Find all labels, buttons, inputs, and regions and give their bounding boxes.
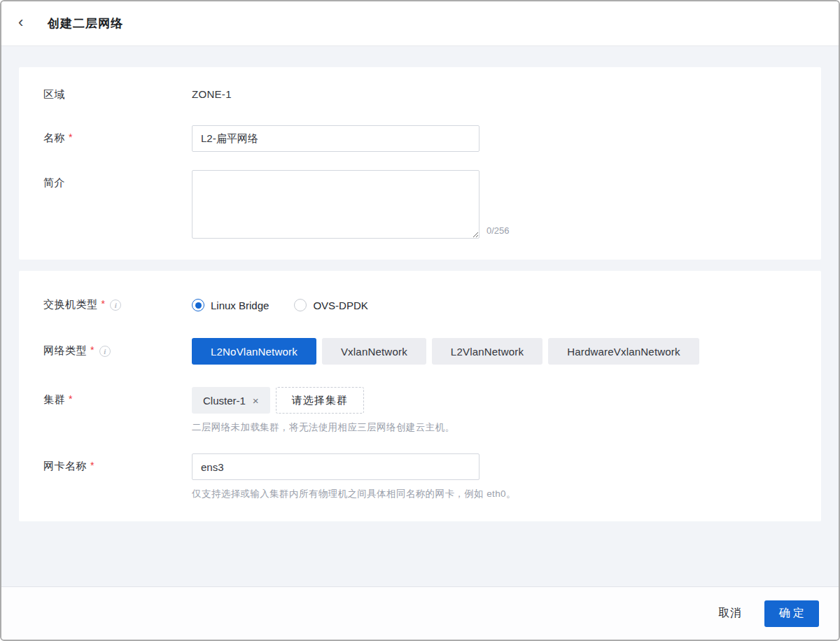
- cluster-helper-text: 二层网络未加载集群，将无法使用相应三层网络创建云主机。: [192, 421, 821, 434]
- switch-type-label: 交换机类型 * i: [43, 292, 192, 318]
- cluster-label-text: 集群: [43, 393, 65, 407]
- required-mark: *: [90, 344, 94, 355]
- back-icon[interactable]: ‹: [18, 15, 38, 32]
- nic-helper-text: 仅支持选择或输入集群内所有物理机之间具体相同名称的网卡，例如 eth0。: [192, 488, 821, 500]
- cancel-button[interactable]: 取消: [718, 606, 742, 621]
- name-row: 名称 *: [43, 125, 821, 152]
- name-label: 名称 *: [43, 125, 192, 152]
- select-cluster-button[interactable]: 请选择集群: [276, 387, 364, 414]
- nic-name-input[interactable]: [192, 453, 479, 480]
- required-mark: *: [102, 298, 106, 309]
- spacer: [19, 521, 821, 586]
- nic-name-label: 网卡名称 *: [43, 453, 192, 500]
- network-type-row: 网络类型 * i L2NoVlanNetwork VxlanNetwork L2…: [43, 338, 821, 365]
- network-type-hardwarevxlan-button[interactable]: HardwareVxlanNetwork: [548, 338, 699, 365]
- network-type-l2novlan-button[interactable]: L2NoVlanNetwork: [192, 338, 316, 365]
- switch-type-row: 交换机类型 * i Linux Bridge OVS-DPDK: [43, 292, 821, 318]
- cluster-field: Cluster-1 × 请选择集群 二层网络未加载集群，将无法使用相应三层网络创…: [192, 387, 821, 434]
- radio-label: Linux Bridge: [211, 300, 269, 311]
- cluster-label: 集群 *: [43, 387, 192, 434]
- description-row: 简介 0/256: [43, 170, 821, 239]
- description-field: 0/256: [192, 170, 821, 239]
- switch-type-label-text: 交换机类型: [43, 298, 98, 311]
- page-footer: 取消 确定: [1, 586, 839, 640]
- name-label-text: 名称: [43, 132, 65, 145]
- radio-linux-bridge[interactable]: Linux Bridge: [192, 299, 269, 311]
- network-type-l2vlan-button[interactable]: L2VlanNetwork: [432, 338, 542, 365]
- network-type-button-group: L2NoVlanNetwork VxlanNetwork L2VlanNetwo…: [192, 338, 821, 365]
- radio-unselected-icon: [294, 299, 307, 311]
- nic-name-label-text: 网卡名称: [43, 460, 87, 473]
- radio-ovs-dpdk[interactable]: OVS-DPDK: [294, 299, 368, 311]
- description-textarea[interactable]: [192, 170, 479, 239]
- page-header: ‹ 创建二层网络: [1, 1, 839, 46]
- zone-value: ZONE-1: [192, 88, 232, 100]
- name-field: [192, 125, 821, 152]
- zone-row: 区域 ZONE-1: [43, 88, 821, 101]
- char-counter: 0/256: [486, 225, 510, 239]
- basic-info-card: 区域 ZONE-1 名称 * 简介: [19, 67, 821, 260]
- cluster-row: 集群 * Cluster-1 × 请选择集群 二层网络未加载集群，将无法使用相应…: [43, 387, 821, 434]
- network-type-label: 网络类型 * i: [43, 338, 192, 365]
- page-body: 区域 ZONE-1 名称 * 简介: [1, 46, 839, 586]
- remove-cluster-icon[interactable]: ×: [253, 395, 259, 407]
- cluster-selection-line: Cluster-1 × 请选择集群: [192, 387, 821, 414]
- zone-label-text: 区域: [43, 88, 65, 101]
- zone-label: 区域: [43, 88, 192, 101]
- nic-name-field: 仅支持选择或输入集群内所有物理机之间具体相同名称的网卡，例如 eth0。: [192, 453, 821, 500]
- required-mark: *: [69, 132, 73, 143]
- radio-selected-icon: [192, 299, 204, 311]
- switch-type-field: Linux Bridge OVS-DPDK: [192, 292, 821, 318]
- network-type-label-text: 网络类型: [43, 344, 87, 358]
- create-l2-network-page: ‹ 创建二层网络 区域 ZONE-1 名称 *: [0, 0, 840, 641]
- required-mark: *: [69, 393, 73, 404]
- zone-field: ZONE-1: [192, 88, 821, 101]
- confirm-button[interactable]: 确定: [764, 600, 819, 627]
- network-type-vxlan-button[interactable]: VxlanNetwork: [322, 338, 426, 365]
- info-icon[interactable]: i: [110, 300, 121, 311]
- switch-type-radio-group: Linux Bridge OVS-DPDK: [192, 292, 821, 318]
- description-label: 简介: [43, 170, 192, 239]
- required-mark: *: [90, 460, 94, 471]
- info-icon[interactable]: i: [99, 346, 111, 357]
- cluster-tag-text: Cluster-1: [203, 395, 246, 407]
- nic-name-row: 网卡名称 * 仅支持选择或输入集群内所有物理机之间具体相同名称的网卡，例如 et…: [43, 453, 821, 500]
- cluster-tag: Cluster-1 ×: [192, 387, 270, 414]
- radio-label: OVS-DPDK: [313, 300, 368, 311]
- network-type-field: L2NoVlanNetwork VxlanNetwork L2VlanNetwo…: [192, 338, 821, 365]
- name-input[interactable]: [192, 125, 479, 152]
- network-config-card: 交换机类型 * i Linux Bridge OVS-DPDK: [19, 271, 821, 521]
- description-label-text: 简介: [43, 176, 65, 190]
- page-title: 创建二层网络: [48, 15, 123, 31]
